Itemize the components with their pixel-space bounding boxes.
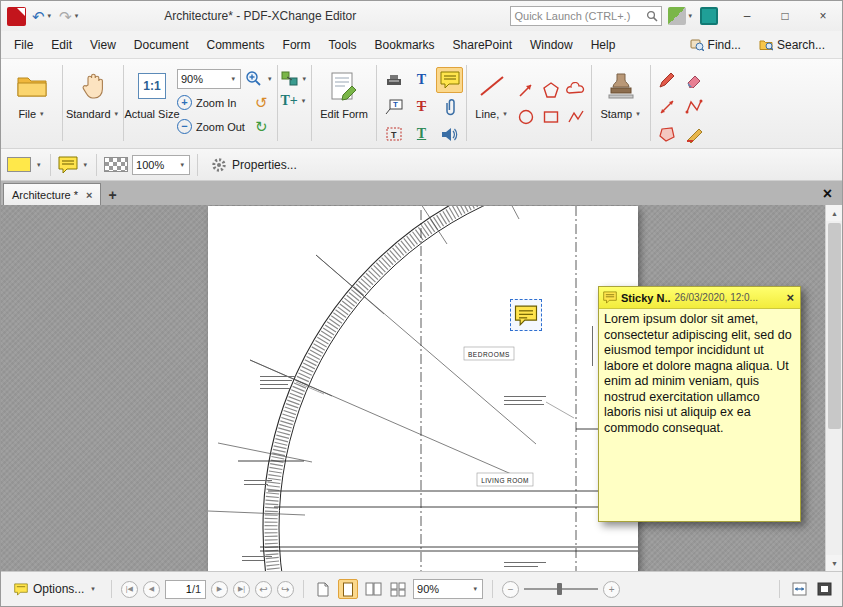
statusbar-zoom-select[interactable]: 90%▾ (413, 579, 483, 599)
menu-document[interactable]: Document (125, 33, 198, 57)
sound-tool[interactable] (436, 121, 463, 147)
note-style-icon[interactable] (58, 156, 78, 174)
fullscreen-button[interactable] (814, 579, 834, 599)
text-select-button[interactable]: T+ ▾ (281, 93, 309, 109)
pencil-tool[interactable] (654, 67, 680, 93)
distance-tool[interactable] (654, 94, 680, 120)
line-tool-button[interactable]: Line,▾ (470, 63, 514, 143)
standard-tool-button[interactable]: Standard▾ (66, 63, 120, 143)
underline-tool[interactable]: T (408, 121, 435, 147)
sticky-note-tool-selected[interactable] (436, 67, 463, 93)
menu-tools[interactable]: Tools (320, 33, 366, 57)
grid-view-button[interactable] (388, 579, 408, 599)
two-page-view-button[interactable] (363, 579, 383, 599)
sticky-note-annotation[interactable] (510, 299, 542, 331)
attach-file-tool[interactable] (436, 94, 463, 120)
undo-icon[interactable]: ↶ (31, 7, 46, 26)
vertical-scrollbar[interactable]: ▲ ▼ (825, 205, 842, 571)
minimize-button[interactable]: – (728, 1, 766, 31)
quick-launch-input[interactable] (514, 10, 646, 22)
actual-size-button[interactable]: 1:1 Actual Size (127, 63, 177, 143)
page-number-input[interactable] (170, 583, 192, 595)
properties-button[interactable]: Properties... (205, 154, 303, 176)
zoom-in-slider-button[interactable]: + (603, 581, 620, 598)
strikeout-tool[interactable]: T (408, 94, 435, 120)
menu-form[interactable]: Form (274, 33, 320, 57)
next-view-button[interactable]: ↪ (277, 581, 294, 598)
opacity-swatch[interactable] (104, 157, 128, 172)
redo-dropdown-icon[interactable]: ▾ (73, 12, 81, 20)
fill-color-dropdown-icon[interactable]: ▾ (35, 161, 43, 169)
arrow-tool[interactable] (514, 77, 538, 103)
scroll-up-icon[interactable]: ▲ (826, 205, 842, 221)
menu-file[interactable]: File (5, 33, 42, 57)
rotate-cw-icon[interactable]: ↻ (255, 119, 268, 134)
maximize-button[interactable]: □ (766, 1, 804, 31)
addons-dropdown-icon[interactable]: ▾ (686, 12, 694, 20)
menu-edit[interactable]: Edit (42, 33, 81, 57)
session-icon[interactable] (700, 7, 718, 25)
addons-icon[interactable] (668, 7, 686, 25)
quick-launch-box[interactable] (510, 6, 662, 26)
page-number-box[interactable]: /1 (165, 580, 206, 599)
rotate-ccw-icon[interactable]: ↺ (255, 95, 268, 110)
tab-close-icon[interactable]: × (86, 189, 92, 201)
cloud-tool[interactable] (564, 77, 588, 103)
single-page-view-button[interactable] (338, 579, 358, 599)
menu-sharepoint[interactable]: SharePoint (444, 33, 521, 57)
marquee-zoom-dropdown-icon[interactable]: ▾ (266, 75, 274, 83)
text-box-tool[interactable]: T (408, 67, 435, 93)
next-page-button[interactable]: ▶ (211, 581, 228, 598)
scrollbar-thumb[interactable] (828, 223, 841, 429)
highlight-tool[interactable] (681, 121, 707, 147)
close-button[interactable]: × (804, 1, 842, 31)
last-page-button[interactable]: ▶| (233, 581, 250, 598)
zoom-out-slider-button[interactable]: − (502, 581, 519, 598)
text-frame-tool[interactable]: T (380, 121, 407, 147)
previous-view-button[interactable]: ↩ (255, 581, 272, 598)
popup-body-text[interactable]: Lorem ipsum dolor sit amet, consectetur … (599, 309, 800, 439)
find-button[interactable]: Find... (683, 35, 748, 55)
sticky-note-popup-header[interactable]: Sticky N.. 26/03/2020, 12:0... × (599, 287, 800, 309)
first-page-button[interactable]: |◀ (121, 581, 138, 598)
new-tab-button[interactable]: + (101, 187, 123, 205)
note-style-dropdown-icon[interactable]: ▾ (82, 161, 90, 169)
menu-help[interactable]: Help (582, 33, 625, 57)
menu-bookmarks[interactable]: Bookmarks (366, 33, 444, 57)
file-button[interactable]: File▾ (5, 63, 59, 143)
page-thumbnail-icon[interactable] (313, 579, 333, 599)
redo-icon[interactable]: ↷ (58, 7, 73, 26)
zoom-slider[interactable] (524, 581, 598, 597)
undo-dropdown-icon[interactable]: ▾ (46, 12, 54, 20)
callout-tool[interactable]: T (380, 94, 407, 120)
fill-color-swatch[interactable] (7, 157, 31, 172)
close-document-button[interactable]: × (823, 185, 842, 205)
menu-view[interactable]: View (81, 33, 125, 57)
document-viewport[interactable]: BEDROOMS LIVING ROOM (1, 205, 842, 571)
rectangle-tool[interactable] (539, 104, 563, 130)
ellipse-tool[interactable] (514, 104, 538, 130)
polyline-tool[interactable] (564, 104, 588, 130)
options-button[interactable]: Options... ▾ (9, 579, 102, 599)
stamp-button[interactable]: Stamp▾ (595, 63, 647, 143)
scroll-down-icon[interactable]: ▼ (826, 555, 842, 571)
previous-page-button[interactable]: ◀ (143, 581, 160, 598)
menu-comments[interactable]: Comments (198, 33, 274, 57)
fit-width-button[interactable] (789, 579, 809, 599)
zoom-in-button[interactable]: + Zoom In ↺ (177, 92, 274, 113)
edit-form-button[interactable]: Edit Form (315, 63, 373, 143)
perimeter-tool[interactable] (681, 94, 707, 120)
search-button[interactable]: Search... (752, 35, 832, 55)
typewriter-tool[interactable] (380, 67, 407, 93)
pentagon-tool[interactable] (539, 77, 563, 103)
menu-window[interactable]: Window (521, 33, 582, 57)
tab-architecture[interactable]: Architecture * × (3, 183, 101, 205)
link-tool-button[interactable]: ▾ (281, 71, 309, 87)
sticky-note-popup[interactable]: Sticky N.. 26/03/2020, 12:0... × Lorem i… (598, 286, 801, 522)
marquee-zoom-icon[interactable] (245, 70, 262, 87)
opacity-select[interactable]: 100%▾ (132, 155, 190, 175)
eraser-tool[interactable] (681, 67, 707, 93)
popup-close-icon[interactable]: × (784, 290, 796, 305)
text-select-dropdown-icon[interactable]: ▾ (300, 97, 308, 105)
link-tool-dropdown-icon[interactable]: ▾ (301, 75, 309, 83)
